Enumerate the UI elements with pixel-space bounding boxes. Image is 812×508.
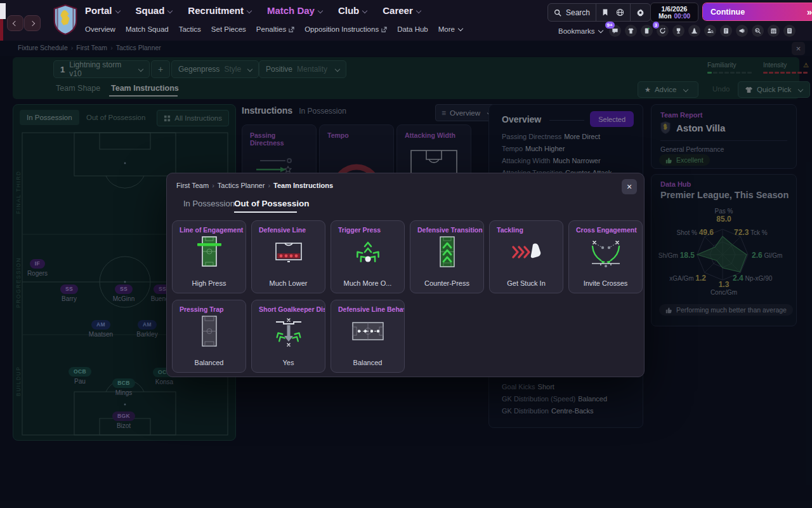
- modal-close-button[interactable]: ×: [622, 179, 637, 194]
- close-panel-button[interactable]: ×: [792, 42, 805, 55]
- instruction-card-defensive-transition[interactable]: Defensive Transition Counter-Press: [410, 220, 484, 293]
- close-icon: ×: [796, 44, 801, 53]
- performance-rating-badge: Excellent: [659, 154, 710, 166]
- modal-breadcrumb-team-instructions: Team Instructions: [273, 182, 333, 189]
- mentality-value: Positive: [266, 65, 292, 74]
- subnav-match-squad[interactable]: Match Squad: [126, 25, 169, 33]
- search-button[interactable]: Search: [548, 4, 596, 21]
- competitions-trophy-icon[interactable]: [672, 25, 684, 37]
- tab-team-instructions[interactable]: Team Instructions: [111, 84, 179, 93]
- radar-axis-conc: 1.3Conc/Gm: [652, 280, 796, 296]
- news-report-icon[interactable]: [783, 25, 796, 37]
- player-rogers[interactable]: IFRogers: [15, 257, 60, 277]
- mentality-select[interactable]: Positive Mentality: [259, 60, 346, 78]
- instructions-title: Instructions: [242, 105, 292, 116]
- style-label: Style: [224, 65, 241, 74]
- data-hub-panel: Data Hub Premier League, This Season Pas…: [651, 174, 797, 326]
- window-edge: [0, 3, 6, 19]
- modal-tab-out-of-possession[interactable]: Out of Possession: [234, 199, 310, 208]
- schedule-calendar-icon[interactable]: [768, 25, 780, 37]
- defensive-transition-icon: [410, 235, 483, 269]
- nav-portal[interactable]: Portal: [85, 5, 120, 16]
- game-date[interactable]: 1/6/2026 Mon00:00: [650, 3, 698, 22]
- subnav-set-pieces[interactable]: Set Pieces: [211, 25, 246, 33]
- chevron-down-icon: [598, 27, 603, 32]
- transfers-megaphone-icon[interactable]: [736, 25, 748, 37]
- continue-clock-icon[interactable]: 3: [657, 25, 669, 37]
- chevron-right-icon: [30, 20, 35, 25]
- style-select[interactable]: Gegenpress Style: [171, 60, 259, 78]
- team-name-row[interactable]: Aston Villa: [660, 121, 725, 134]
- training-cone-icon[interactable]: [688, 25, 700, 37]
- player-barry[interactable]: SSBarry: [47, 282, 91, 302]
- nav-forward-button[interactable]: [24, 15, 41, 31]
- modal-breadcrumb-first-team[interactable]: First Team: [176, 182, 209, 189]
- radar-axis-tck: 72.3 Tck %: [734, 228, 768, 237]
- bookmarks-dropdown[interactable]: Bookmarks: [558, 27, 603, 35]
- player-mcginn[interactable]: SSMcGinn: [102, 282, 146, 302]
- player-bizot[interactable]: BGKBizot: [102, 409, 146, 429]
- scouting-icon[interactable]: [704, 25, 716, 37]
- tab-team-shape[interactable]: Team Shape: [56, 84, 100, 93]
- continue-button[interactable]: Continue »: [703, 3, 812, 20]
- modal-breadcrumb-tactics-planner[interactable]: Tactics Planner: [218, 182, 265, 189]
- team-report-panel: Team Report Aston Villa General Performa…: [651, 104, 797, 169]
- undo-button[interactable]: Undo: [706, 81, 737, 97]
- nav-squad[interactable]: Squad: [136, 5, 173, 16]
- breadcrumb-fixture-schedule[interactable]: Fixture Schedule: [18, 44, 68, 51]
- messages-icon[interactable]: 9+: [609, 25, 621, 37]
- notes-button[interactable]: [596, 4, 614, 21]
- overview-item: Goal KicksShort: [502, 383, 554, 391]
- quick-pick-button[interactable]: Quick Pick: [738, 81, 810, 98]
- nav-recruitment[interactable]: Recruitment: [188, 5, 251, 16]
- selected-badge[interactable]: Selected: [590, 111, 634, 127]
- pressing-trap-icon: [173, 314, 246, 349]
- search-scout-icon[interactable]: [752, 25, 764, 37]
- chevron-down-icon: [247, 8, 252, 13]
- club-info-icon[interactable]: [720, 25, 732, 37]
- nav-club[interactable]: Club: [338, 5, 367, 16]
- advice-button[interactable]: ★ Advice: [638, 81, 698, 98]
- external-link-icon: [289, 27, 294, 32]
- squad-shirt-icon[interactable]: [625, 25, 637, 37]
- instruction-card-short-goalkeeper-distribution[interactable]: Short Goalkeeper Distr Yes: [251, 300, 325, 373]
- subnav-penalties[interactable]: Penalties: [256, 25, 294, 33]
- subnav-overview[interactable]: Overview: [85, 25, 115, 33]
- window-edge-accent: [0, 19, 3, 41]
- club-crest-icon[interactable]: [53, 4, 77, 37]
- nav-back-button[interactable]: [7, 15, 23, 31]
- instruction-card-trigger-press[interactable]: Trigger Press Much More O...: [331, 220, 405, 293]
- player-mings[interactable]: BCBMings: [102, 376, 146, 396]
- team-instructions-modal: First Team›Tactics Planner›Team Instruct…: [166, 173, 645, 377]
- tactic-select[interactable]: 1 Lightning storm v10: [53, 60, 150, 78]
- subnav-tactics[interactable]: Tactics: [179, 25, 201, 33]
- list-icon: ≡: [442, 109, 446, 117]
- player-barkley[interactable]: AMBarkley: [125, 318, 169, 338]
- world-button[interactable]: [614, 4, 630, 21]
- intensity-meter: Intensity⚠: [763, 62, 809, 74]
- instruction-card-line-of-engagement[interactable]: Line of Engagement High Press: [172, 220, 246, 293]
- profile-card-icon[interactable]: [641, 25, 653, 37]
- data-hub-note-badge: Performing much better than average: [659, 304, 793, 316]
- add-tactic-button[interactable]: +: [151, 60, 170, 78]
- sub-nav: Overview Match Squad Tactics Set Pieces …: [85, 25, 462, 33]
- overview-item: TempoMuch Higher: [502, 145, 565, 152]
- instructions-header: Instructions In Possession: [242, 105, 346, 116]
- instruction-card-defensive-line-behaviour[interactable]: Defensive Line Behavio Balanced: [331, 300, 405, 373]
- instruction-card-pressing-trap[interactable]: Pressing Trap Balanced: [172, 300, 246, 373]
- subnav-more[interactable]: More: [438, 25, 462, 33]
- player-maatsen[interactable]: AMMaatsen: [79, 318, 123, 338]
- modal-tab-in-possession[interactable]: In Possession: [183, 199, 235, 208]
- instruction-card-tackling[interactable]: Tackling Get Stuck In: [489, 220, 563, 293]
- subnav-opposition-instructions[interactable]: Opposition Instructions: [304, 25, 387, 33]
- breadcrumb-tactics-planner[interactable]: Tactics Planner: [116, 44, 161, 51]
- instruction-card-cross-engagement[interactable]: Cross Engagement Invite Crosses: [568, 220, 643, 293]
- player-pau[interactable]: OCBPau: [58, 364, 102, 385]
- settings-button[interactable]: [631, 4, 650, 21]
- nav-match-day[interactable]: Match Day: [267, 5, 322, 16]
- breadcrumb-first-team[interactable]: First Team: [76, 44, 107, 51]
- subnav-data-hub[interactable]: Data Hub: [397, 25, 428, 33]
- chevron-down-icon: [335, 67, 340, 72]
- nav-career[interactable]: Career: [383, 5, 421, 16]
- instruction-card-defensive-line[interactable]: Defensive Line Much Lower: [251, 220, 325, 293]
